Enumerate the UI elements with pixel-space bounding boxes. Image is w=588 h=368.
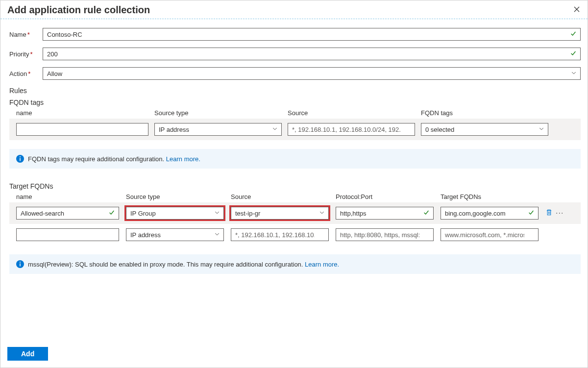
- info-icon: [16, 260, 24, 268]
- target-info-text: mssql(Preview): SQL should be enabled in…: [28, 261, 303, 268]
- target-info-bar: mssql(Preview): SQL should be enabled in…: [9, 254, 581, 274]
- name-label: Name*: [9, 31, 43, 38]
- target-blank-row: [9, 224, 581, 245]
- fqdn-info-text: FQDN tags may require additional configu…: [28, 155, 164, 163]
- add-button[interactable]: Add: [7, 347, 48, 361]
- target-fqdns-heading: Target FQDNs: [9, 182, 581, 190]
- fqdn-info-link[interactable]: Learn more.: [166, 155, 200, 163]
- target-target-input-blank[interactable]: [441, 228, 539, 241]
- svg-rect-4: [20, 264, 21, 267]
- col-name: name: [16, 193, 119, 200]
- col-source: Source: [288, 109, 415, 117]
- panel-add-application-rule-collection: Add application rule collection Name* Pr…: [0, 0, 588, 368]
- name-input[interactable]: [43, 28, 581, 41]
- action-label: Action*: [9, 70, 43, 77]
- trash-icon[interactable]: [545, 209, 553, 218]
- panel-title: Add application rule collection: [7, 4, 150, 16]
- fqdn-source-input[interactable]: [288, 123, 415, 136]
- target-source-type-select[interactable]: [126, 207, 224, 220]
- form-row-priority: Priority*: [9, 48, 581, 60]
- col-fqdn-tags: FQDN tags: [421, 109, 548, 117]
- panel-footer: Add: [0, 340, 588, 368]
- col-source-type: Source type: [126, 193, 224, 200]
- fqdn-tags-select[interactable]: [421, 123, 548, 136]
- panel-header: Add application rule collection: [0, 0, 588, 19]
- svg-point-5: [20, 262, 21, 263]
- svg-point-2: [20, 156, 21, 157]
- target-source-input-blank[interactable]: [231, 228, 329, 241]
- col-source: Source: [231, 193, 329, 200]
- more-icon[interactable]: ···: [556, 209, 564, 218]
- fqdn-tags-row: [9, 119, 581, 140]
- fqdn-tags-grid-header: name Source type Source FQDN tags: [9, 109, 581, 119]
- info-icon: [16, 155, 24, 163]
- fqdn-info-bar: FQDN tags may require additional configu…: [9, 149, 581, 169]
- target-source-select[interactable]: [231, 207, 329, 220]
- col-protocol-port: Protocol:Port: [336, 193, 434, 200]
- target-name-input[interactable]: [16, 207, 119, 220]
- target-fqdns-section: Target FQDNs name Source type Source Pro…: [9, 182, 581, 274]
- form-row-name: Name*: [9, 28, 581, 41]
- col-target: Target FQDNs: [441, 193, 539, 200]
- fqdn-name-input[interactable]: [16, 123, 148, 136]
- form-row-action: Action*: [9, 67, 581, 80]
- rules-heading: Rules: [9, 87, 581, 95]
- priority-label: Priority*: [9, 50, 43, 58]
- target-name-input-blank[interactable]: [16, 228, 119, 241]
- priority-input[interactable]: [43, 48, 581, 60]
- panel-body: Name* Priority* Acti: [0, 19, 588, 340]
- fqdn-tags-heading: FQDN tags: [9, 98, 581, 106]
- action-select[interactable]: [43, 67, 581, 80]
- fqdn-source-type-select[interactable]: [154, 123, 282, 136]
- target-info-link[interactable]: Learn more.: [305, 261, 339, 268]
- target-target-input[interactable]: [441, 207, 539, 220]
- svg-rect-1: [20, 158, 21, 161]
- close-icon[interactable]: [573, 5, 581, 15]
- target-fqdns-grid-header: name Source type Source Protocol:Port Ta…: [9, 193, 581, 202]
- col-source-type: Source type: [154, 109, 282, 117]
- target-source-type-select-blank[interactable]: [126, 228, 224, 241]
- target-protocol-port-input-blank[interactable]: [336, 228, 434, 241]
- target-protocol-port-input[interactable]: [336, 207, 434, 220]
- target-row: ···: [9, 202, 581, 224]
- fqdn-tags-section: FQDN tags name Source type Source FQDN t…: [9, 98, 581, 169]
- col-name: name: [16, 109, 148, 117]
